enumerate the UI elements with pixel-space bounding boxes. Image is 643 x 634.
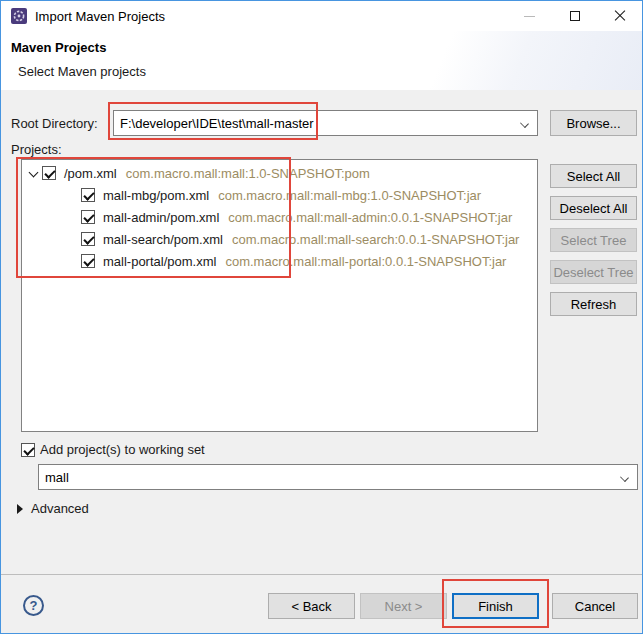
cancel-button[interactable]: Cancel [552, 593, 638, 619]
root-directory-label: Root Directory: [11, 116, 98, 131]
page-title: Maven Projects [11, 40, 106, 55]
browse-button[interactable]: Browse... [550, 110, 637, 136]
import-maven-projects-dialog: Import Maven Projects Maven Projects Sel… [0, 0, 643, 634]
project-name: mall-portal/pom.xml [103, 254, 216, 269]
footer-separator [1, 574, 642, 575]
next-button: Next > [360, 593, 447, 619]
project-name: mall-mbg/pom.xml [103, 188, 209, 203]
tree-expander-icon[interactable] [65, 209, 81, 225]
project-checkbox[interactable] [81, 254, 95, 268]
deselect-tree-button: Deselect Tree [550, 260, 637, 284]
close-icon [614, 10, 626, 22]
maximize-button[interactable] [552, 1, 597, 31]
project-gav: com.macro.mall:mall-portal:0.0.1-SNAPSHO… [225, 254, 506, 269]
maven-app-icon [11, 8, 27, 24]
close-button[interactable] [597, 1, 642, 31]
tree-row[interactable]: mall-mbg/pom.xml com.macro.mall:mall-mbg… [22, 184, 537, 206]
tree-expander-icon[interactable] [26, 165, 42, 181]
tree-row[interactable]: /pom.xml com.macro.mall:mall:1.0-SNAPSHO… [22, 162, 537, 184]
project-name: mall-admin/pom.xml [103, 210, 219, 225]
tree-expander-icon[interactable] [65, 187, 81, 203]
deselect-all-button[interactable]: Deselect All [550, 196, 637, 220]
root-directory-value: F:\developer\IDE\test\mall-master [120, 116, 314, 131]
project-gav: com.macro.mall:mall-mbg:1.0-SNAPSHOT:jar [218, 188, 481, 203]
select-tree-button: Select Tree [550, 228, 637, 252]
working-set-combo[interactable]: mall [38, 464, 638, 490]
finish-button[interactable]: Finish [452, 593, 539, 619]
chevron-down-icon[interactable] [520, 119, 529, 128]
project-gav: com.macro.mall:mall:1.0-SNAPSHOT:pom [126, 166, 370, 181]
collapsed-triangle-icon [17, 504, 23, 514]
window-title: Import Maven Projects [35, 9, 165, 24]
tree-row[interactable]: mall-search/pom.xml com.macro.mall:mall-… [22, 228, 537, 250]
working-set-checkbox[interactable] [21, 443, 35, 457]
project-checkbox[interactable] [81, 232, 95, 246]
working-set-checkbox-row[interactable]: Add project(s) to working set [21, 442, 205, 457]
projects-label: Projects: [11, 142, 62, 157]
project-checkbox[interactable] [81, 188, 95, 202]
chevron-down-icon[interactable] [620, 473, 629, 482]
project-name: /pom.xml [64, 166, 117, 181]
working-set-value: mall [45, 470, 69, 485]
back-button[interactable]: < Back [268, 593, 355, 619]
tree-expander-icon[interactable] [65, 253, 81, 269]
minimize-button [507, 1, 552, 31]
title-bar: Import Maven Projects [1, 1, 642, 31]
project-checkbox[interactable] [42, 166, 56, 180]
tree-expander-icon[interactable] [65, 231, 81, 247]
tree-row[interactable]: mall-admin/pom.xml com.macro.mall:mall-a… [22, 206, 537, 228]
advanced-expander[interactable]: Advanced [17, 501, 89, 516]
maximize-icon [570, 11, 580, 21]
minimize-icon [524, 16, 535, 17]
refresh-button[interactable]: Refresh [550, 292, 637, 316]
page-subtitle: Select Maven projects [18, 64, 146, 79]
root-directory-combo[interactable]: F:\developer\IDE\test\mall-master [113, 110, 538, 136]
projects-tree[interactable]: /pom.xml com.macro.mall:mall:1.0-SNAPSHO… [21, 159, 538, 432]
working-set-label: Add project(s) to working set [40, 442, 205, 457]
help-button[interactable]: ? [23, 595, 44, 616]
select-all-button[interactable]: Select All [550, 164, 637, 188]
project-gav: com.macro.mall:mall-search:0.0.1-SNAPSHO… [232, 232, 520, 247]
project-gav: com.macro.mall:mall-admin:0.0.1-SNAPSHOT… [228, 210, 512, 225]
tree-row[interactable]: mall-portal/pom.xml com.macro.mall:mall-… [22, 250, 537, 272]
project-name: mall-search/pom.xml [103, 232, 223, 247]
advanced-label: Advanced [31, 501, 89, 516]
project-checkbox[interactable] [81, 210, 95, 224]
wizard-banner: Maven Projects Select Maven projects [1, 31, 642, 90]
